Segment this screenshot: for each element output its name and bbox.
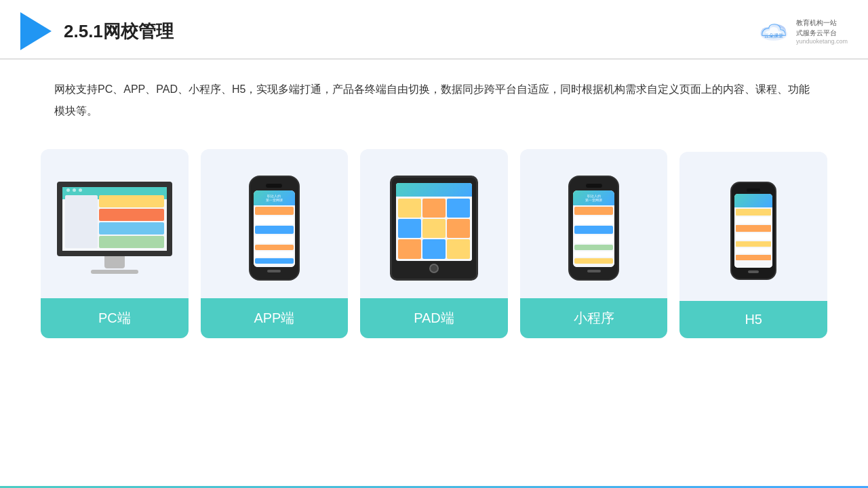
h5-phone-icon <box>730 182 776 280</box>
card-pc: PC端 <box>41 149 189 338</box>
logo-triangle-icon <box>20 12 52 50</box>
card-pc-image <box>41 149 189 298</box>
miniapp-phone-icon: 职达人的第一堂网课 <box>568 176 619 281</box>
brand-text: 教育机构一站 式服务云平台 yunduoketang.com <box>796 18 848 45</box>
card-miniapp: 职达人的第一堂网课 小程序 <box>520 149 668 338</box>
card-pad-image <box>360 149 508 298</box>
header-right: 云朵课堂 教育机构一站 式服务云平台 yunduoketang.com <box>757 18 848 45</box>
page-title: 2.5.1网校管理 <box>64 20 174 43</box>
card-h5-image <box>679 152 827 301</box>
app-phone-icon: 职达人的第一堂网课 <box>249 176 300 281</box>
card-pc-label: PC端 <box>41 298 189 338</box>
card-app-label: APP端 <box>201 298 349 338</box>
card-h5: H5 <box>679 152 827 338</box>
card-pad: PAD端 <box>360 149 508 338</box>
header-left: 2.5.1网校管理 <box>20 12 174 50</box>
card-app: 职达人的第一堂网课 APP端 <box>201 149 349 338</box>
cloud-logo-icon: 云朵课堂 <box>757 19 791 43</box>
card-pad-label: PAD端 <box>360 298 508 338</box>
brand-url: yunduoketang.com <box>796 38 848 45</box>
description-text: 网校支持PC、APP、PAD、小程序、H5，实现多端打通，产品各终端自由切换，数… <box>0 60 868 129</box>
page-header: 2.5.1网校管理 云朵课堂 教育机构一站 式服务云平台 yunduoketan… <box>0 0 868 60</box>
description-content: 网校支持PC、APP、PAD、小程序、H5，实现多端打通，产品各终端自由切换，数… <box>54 83 810 117</box>
card-app-image: 职达人的第一堂网课 <box>201 149 349 298</box>
card-h5-label: H5 <box>679 301 827 338</box>
card-miniapp-label: 小程序 <box>520 298 668 338</box>
cards-container: PC端 职达人的第一堂网课 <box>0 129 868 359</box>
pc-monitor-icon <box>57 182 172 274</box>
pad-tablet-icon <box>390 176 478 281</box>
svg-text:云朵课堂: 云朵课堂 <box>764 33 783 38</box>
card-miniapp-image: 职达人的第一堂网课 <box>520 149 668 298</box>
brand-tagline: 教育机构一站 式服务云平台 <box>796 18 837 38</box>
brand-logo: 云朵课堂 教育机构一站 式服务云平台 yunduoketang.com <box>757 18 848 45</box>
